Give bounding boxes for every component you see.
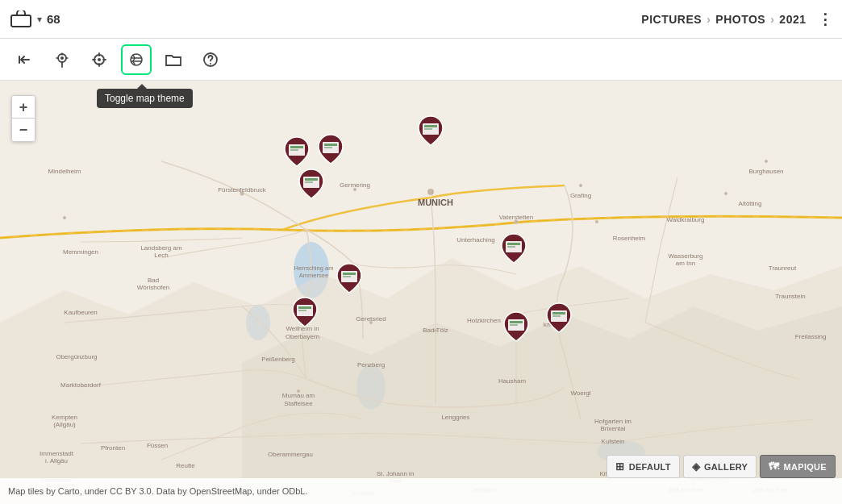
svg-text:Geretsried: Geretsried (356, 315, 386, 323)
svg-text:Germering: Germering (340, 181, 370, 189)
svg-text:Bad Tölz: Bad Tölz (423, 327, 448, 334)
svg-point-7 (210, 63, 211, 65)
default-theme-label: DEFAULT (629, 462, 671, 472)
svg-text:Woergl: Woergl (570, 389, 590, 397)
gallery-theme-label: GALLERY (704, 462, 748, 472)
toolbar (0, 39, 842, 81)
svg-rect-104 (343, 273, 356, 275)
svg-text:i. Allgäu: i. Allgäu (45, 457, 68, 464)
svg-text:Herrsching am: Herrsching am (294, 264, 334, 272)
folder-button[interactable] (158, 44, 189, 75)
svg-text:Lech: Lech (154, 252, 168, 259)
theme-gallery-button[interactable]: ◈ GALLERY (683, 455, 757, 478)
svg-text:Peißenberg: Peißenberg (261, 356, 294, 363)
svg-text:Altötting: Altötting (739, 200, 762, 207)
theme-default-button[interactable]: ⊞ DEFAULT (606, 455, 679, 478)
svg-text:Holzkirchen: Holzkirchen (467, 317, 501, 324)
svg-rect-98 (324, 144, 337, 146)
svg-rect-108 (298, 310, 306, 311)
breadcrumb-pictures[interactable]: PICTURES (641, 13, 702, 26)
svg-text:Traunreut: Traunreut (769, 264, 797, 272)
default-theme-icon: ⊞ (615, 460, 624, 473)
breadcrumb: PICTURES › PHOTOS › 2021 ⋮ (641, 10, 832, 28)
svg-rect-96 (290, 149, 298, 151)
svg-point-25 (63, 216, 66, 219)
svg-text:am Inn: am Inn (676, 260, 695, 267)
header-left: ▾ 68 (10, 10, 60, 28)
svg-rect-117 (552, 315, 561, 317)
svg-rect-0 (11, 15, 31, 27)
gallery-theme-icon: ◈ (692, 460, 700, 473)
add-pin-button[interactable] (47, 44, 77, 75)
svg-text:Unterhaching: Unterhaching (456, 236, 495, 244)
marker-murnau[interactable] (291, 296, 319, 331)
svg-text:(Allgäu): (Allgäu) (53, 421, 76, 428)
svg-rect-93 (424, 128, 432, 130)
svg-text:Kufstein: Kufstein (602, 438, 625, 445)
attribution-text: Map tiles by Carto, under CC BY 3.0. Dat… (8, 486, 308, 496)
svg-rect-111 (507, 246, 515, 248)
svg-point-24 (765, 160, 768, 163)
mapique-theme-label: MAPIQUE (784, 462, 827, 472)
locate-button[interactable] (84, 44, 115, 75)
svg-text:Reutte: Reutte (176, 462, 195, 469)
map-theme-buttons: ⊞ DEFAULT ◈ GALLERY 🗺 MAPIQUE (606, 455, 836, 478)
svg-text:Kempten: Kempten (52, 414, 77, 421)
breadcrumb-sep-1: › (707, 13, 711, 26)
marker-munich[interactable] (417, 115, 444, 150)
more-menu-icon[interactable]: ⋮ (818, 10, 833, 28)
breadcrumb-year[interactable]: 2021 (779, 13, 806, 26)
bag-dropdown[interactable]: ▾ (37, 14, 42, 25)
header: ▾ 68 PICTURES › PHOTOS › 2021 ⋮ (0, 0, 842, 39)
marker-hausham[interactable] (502, 310, 530, 346)
svg-text:Rosenheim: Rosenheim (613, 235, 646, 242)
svg-point-4 (98, 58, 101, 61)
bag-count: 68 (47, 12, 60, 26)
marker-kufstein[interactable] (545, 302, 573, 337)
svg-text:Wasserburg: Wasserburg (669, 252, 703, 260)
bag-icon (10, 10, 32, 28)
svg-text:Hofgarten im: Hofgarten im (594, 418, 632, 425)
svg-text:Brixental: Brixental (600, 425, 625, 432)
svg-point-23 (724, 192, 727, 195)
svg-text:Lenggries: Lenggries (441, 414, 469, 421)
svg-rect-107 (298, 306, 311, 309)
help-button[interactable] (195, 44, 226, 75)
theme-button[interactable] (121, 44, 152, 75)
map: MUNICH Fürstenfeldbruck Germering Vaters… (0, 81, 842, 504)
svg-point-22 (579, 184, 582, 187)
svg-text:Freilassing: Freilassing (795, 333, 827, 340)
marker-herrsching-2[interactable] (317, 133, 344, 169)
theme-mapique-button[interactable]: 🗺 MAPIQUE (760, 455, 836, 478)
svg-rect-114 (510, 324, 518, 326)
svg-text:Oberammergau: Oberammergau (268, 451, 313, 458)
marker-rosenheim[interactable] (500, 232, 527, 268)
svg-text:Traunstein: Traunstein (775, 293, 806, 300)
svg-text:Murnau am: Murnau am (282, 392, 315, 399)
zoom-in-button[interactable]: + (12, 96, 35, 119)
svg-text:Pfronten: Pfronten (101, 444, 125, 452)
svg-text:Mindelheim: Mindelheim (48, 168, 81, 175)
svg-text:St. Johann in: St. Johann in (377, 470, 415, 477)
svg-text:Immenstadt: Immenstadt (40, 450, 74, 457)
svg-rect-95 (290, 146, 303, 148)
svg-rect-113 (510, 321, 523, 323)
marker-penzberg[interactable] (336, 262, 363, 298)
svg-text:Ammersee: Ammersee (299, 272, 328, 279)
svg-text:Vaterstetten: Vaterstetten (499, 214, 534, 221)
svg-text:Grafing: Grafing (570, 192, 591, 199)
svg-rect-110 (507, 243, 520, 245)
breadcrumb-photos[interactable]: PHOTOS (715, 13, 765, 26)
svg-text:Bad: Bad (148, 277, 159, 284)
zoom-out-button[interactable]: − (12, 119, 35, 141)
svg-text:MUNICH: MUNICH (418, 198, 453, 207)
svg-rect-102 (305, 181, 313, 183)
svg-point-17 (595, 220, 598, 223)
svg-text:Obergünzburg: Obergünzburg (56, 353, 97, 360)
svg-text:Hausham: Hausham (498, 377, 527, 385)
back-button[interactable] (10, 44, 40, 75)
zoom-controls: + − (11, 95, 35, 142)
marker-ammersee[interactable] (298, 168, 325, 203)
marker-herrsching-1[interactable] (283, 135, 311, 171)
svg-text:Oberbayern: Oberbayern (286, 333, 319, 340)
